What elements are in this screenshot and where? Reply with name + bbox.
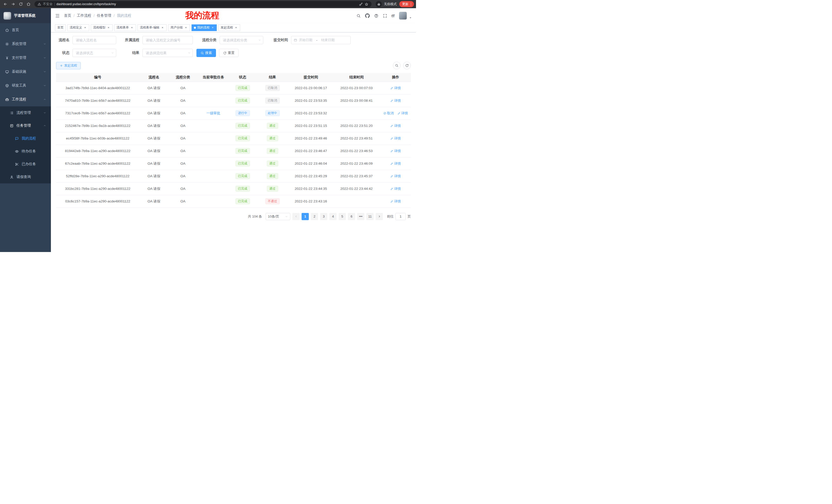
close-icon[interactable]: × bbox=[161, 26, 164, 30]
refresh-table-button[interactable] bbox=[403, 62, 411, 69]
detail-button[interactable]: 详情 bbox=[390, 161, 401, 166]
detail-button[interactable]: 详情 bbox=[390, 123, 401, 128]
breadcrumb-item[interactable]: 工作流程 bbox=[77, 13, 91, 18]
result-tag: 通过 bbox=[267, 148, 278, 154]
page-button-5[interactable]: 5 bbox=[339, 213, 346, 220]
close-icon[interactable]: × bbox=[107, 26, 110, 30]
page-button-1[interactable]: 1 bbox=[302, 213, 309, 220]
sidebar-item-infrastructure[interactable]: 基础设施 bbox=[0, 65, 51, 79]
sidebar-item-my-process[interactable]: 我的流程 bbox=[0, 132, 51, 145]
pagination: 共 104 条 10条/页 123456•••11 前往 页 bbox=[56, 213, 411, 220]
task-link[interactable]: 一级审批 bbox=[206, 111, 220, 115]
sidebar-item-label: 基础设施 bbox=[12, 69, 26, 74]
detail-button[interactable]: 详情 bbox=[390, 149, 401, 153]
reload-icon[interactable] bbox=[18, 1, 24, 7]
reset-button[interactable]: 重置 bbox=[219, 49, 239, 57]
prev-page-button[interactable] bbox=[292, 213, 300, 220]
detail-button[interactable]: 详情 bbox=[390, 187, 401, 191]
font-size-icon[interactable]: tT bbox=[392, 13, 395, 18]
sidebar-item-payment[interactable]: 支付管理 bbox=[0, 51, 51, 65]
star-icon[interactable] bbox=[365, 2, 368, 6]
sidebar-item-todo-tasks[interactable]: 待办任务 bbox=[0, 145, 51, 158]
tab-用户分组[interactable]: 用户分组× bbox=[168, 24, 190, 31]
page-button-4[interactable]: 4 bbox=[329, 213, 337, 220]
parent-process-input[interactable] bbox=[142, 36, 193, 44]
sidebar-item-home[interactable]: 首页 bbox=[0, 23, 51, 37]
home-icon[interactable] bbox=[25, 1, 32, 7]
tab-流程模型[interactable]: 流程模型× bbox=[91, 24, 113, 31]
sidebar-item-workflow[interactable]: 工作流程 bbox=[0, 92, 51, 106]
tab-label: 用户分组 bbox=[171, 25, 183, 30]
tab-流程定义[interactable]: 流程定义× bbox=[67, 24, 89, 31]
caret-down-icon[interactable] bbox=[409, 17, 412, 19]
tab-流程表单-编辑[interactable]: 流程表单-编辑× bbox=[137, 24, 166, 31]
edit-icon bbox=[390, 99, 393, 102]
page-button-2[interactable]: 2 bbox=[311, 213, 318, 220]
close-icon[interactable]: × bbox=[184, 26, 188, 30]
detail-button[interactable]: 详情 bbox=[390, 99, 401, 103]
sidebar-item-leave-query[interactable]: 请假查询 bbox=[0, 171, 51, 184]
cancel-icon bbox=[383, 112, 386, 115]
page-size-select[interactable]: 10条/页 bbox=[266, 213, 290, 220]
toggle-search-button[interactable] bbox=[393, 62, 400, 69]
back-icon[interactable] bbox=[2, 1, 9, 7]
collapse-sidebar-icon[interactable] bbox=[55, 13, 60, 18]
annotation-title: 我的流程 bbox=[185, 10, 219, 21]
tab-我的流程[interactable]: 我的流程× bbox=[191, 24, 217, 31]
sidebar-item-process-management[interactable]: 流程管理 bbox=[0, 106, 51, 119]
close-icon[interactable]: × bbox=[83, 26, 87, 30]
category-select[interactable] bbox=[219, 36, 263, 44]
close-icon[interactable]: × bbox=[130, 26, 134, 30]
result-select[interactable] bbox=[142, 49, 193, 57]
start-process-button[interactable]: 发起流程 bbox=[56, 62, 81, 69]
tab-流程表单[interactable]: 流程表单× bbox=[114, 24, 136, 31]
sidebar-item-system[interactable]: 系统管理 bbox=[0, 37, 51, 51]
detail-button[interactable]: 详情 bbox=[397, 111, 408, 116]
status-tag: 已完成 bbox=[235, 198, 250, 204]
detail-button[interactable]: 详情 bbox=[390, 199, 401, 204]
sidebar-item-done-tasks[interactable]: 已办任务 bbox=[0, 158, 51, 171]
search-button[interactable]: 搜索 bbox=[197, 49, 216, 57]
update-button[interactable]: 更新 bbox=[399, 1, 414, 7]
column-header: 编号 bbox=[56, 73, 139, 82]
next-page-button[interactable] bbox=[375, 213, 383, 220]
search-icon[interactable] bbox=[356, 13, 361, 18]
cell-submit-time: 2022-01-22 23:45:29 bbox=[289, 170, 333, 183]
detail-button[interactable]: 详情 bbox=[390, 136, 401, 141]
edit-icon bbox=[390, 187, 393, 190]
cancel-button[interactable]: 取消 bbox=[383, 111, 394, 116]
sidebar-item-label: 首页 bbox=[12, 28, 19, 32]
page-button-11[interactable]: 11 bbox=[366, 213, 373, 220]
user-avatar[interactable] bbox=[399, 12, 407, 20]
forward-icon[interactable] bbox=[10, 1, 17, 7]
help-icon[interactable] bbox=[374, 13, 379, 18]
date-range-picker[interactable]: 开始日期 - 结束日期 bbox=[291, 36, 351, 44]
page-ellipsis[interactable]: ••• bbox=[357, 213, 364, 220]
detail-button[interactable]: 详情 bbox=[390, 174, 401, 178]
tab-发起流程[interactable]: 发起流程× bbox=[218, 24, 240, 31]
cell-category: OA bbox=[168, 183, 198, 195]
cell-status: 已完成 bbox=[229, 94, 256, 107]
tab-首页[interactable]: 首页 bbox=[55, 24, 66, 31]
fullscreen-icon[interactable] bbox=[383, 13, 387, 18]
goto-page-input[interactable] bbox=[395, 213, 406, 220]
app-logo[interactable]: 芋道管理系统 bbox=[0, 8, 51, 23]
key-icon[interactable] bbox=[359, 2, 363, 6]
process-name-input[interactable] bbox=[73, 36, 116, 44]
cell-result: 通过 bbox=[256, 170, 289, 183]
breadcrumb-item[interactable]: 任务管理 bbox=[97, 13, 111, 18]
menu-dots-icon[interactable] bbox=[409, 2, 413, 6]
github-icon[interactable] bbox=[365, 13, 370, 18]
sidebar-item-dev-tools[interactable]: 研发工具 bbox=[0, 79, 51, 92]
page-button-3[interactable]: 3 bbox=[320, 213, 327, 220]
breadcrumb-separator: / bbox=[94, 13, 95, 18]
page-button-6[interactable]: 6 bbox=[348, 213, 355, 220]
sidebar-item-task-management[interactable]: 任务管理 bbox=[0, 119, 51, 132]
breadcrumb-item[interactable]: 首页 bbox=[64, 13, 71, 18]
address-bar[interactable]: 不安全 dashboard.yudao.iocoder.cn/bpm/task/… bbox=[34, 1, 371, 7]
cell-current-task bbox=[198, 183, 229, 195]
close-icon[interactable]: × bbox=[211, 26, 214, 30]
close-icon[interactable]: × bbox=[234, 26, 238, 30]
status-select[interactable] bbox=[73, 49, 116, 57]
detail-button[interactable]: 详情 bbox=[390, 86, 401, 90]
